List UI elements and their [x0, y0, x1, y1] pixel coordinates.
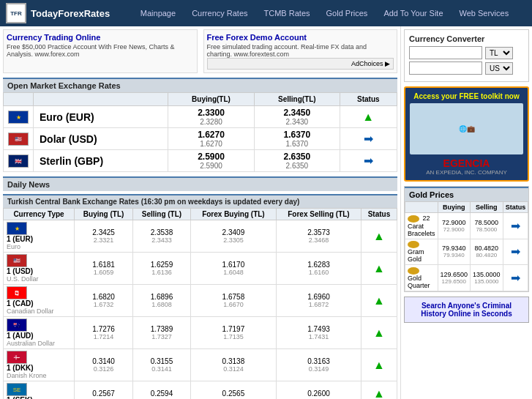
tcmb-col-status: Status [361, 209, 397, 220]
gold-name-cell: Gold Quarter [405, 265, 438, 291]
tcmb-buying-cell: 0.2567 [75, 381, 133, 400]
gold-icon [408, 267, 419, 275]
tcmb-fx-selling-cell: 0.3163 0.3149 [277, 349, 361, 381]
converter-output[interactable] [409, 61, 482, 75]
tcmb-row: ★ 1 (EUR) Euro 2.3425 2.3321 2.3538 2.34… [4, 220, 397, 253]
egencia-ad-banner[interactable]: Access your FREE toolkit now 🌐💼 EGENCIA … [404, 86, 529, 182]
status-cell: ➡ [340, 150, 397, 172]
tcmb-fx-selling-cell: 1.6960 1.6872 [277, 285, 361, 317]
tcmb-status-cell: ▲ [361, 349, 397, 381]
converter-input[interactable] [409, 46, 482, 59]
selling-cell: 2.6350 2.6350 [255, 150, 340, 172]
tcmb-fx-buying-cell: 1.7197 1.7135 [190, 317, 276, 349]
tcmb-currency-cell: 🇩🇰 1 (DKK) Danish Krone [4, 349, 75, 381]
logo-area: TFR TodayForexRates [6, 3, 123, 23]
tcmb-col-selling: Selling (TL) [133, 209, 191, 220]
gold-col-selling: Selling [471, 202, 503, 213]
nav-web[interactable]: Web Services [452, 7, 517, 20]
nav-tcmb[interactable]: TCMB Rates [257, 7, 318, 20]
tcmb-selling-cell: 2.3538 2.3433 [133, 220, 191, 253]
egencia-brand: EGENCIA [410, 157, 523, 169]
nav-gold[interactable]: Gold Prices [319, 7, 375, 20]
status-right-icon: ➡ [511, 245, 520, 258]
converter-from-select[interactable]: TL US EU [485, 47, 513, 59]
tcmb-table: Currency Type Buying (TL) Selling (TL) F… [3, 208, 397, 399]
status-right-icon: ➡ [511, 272, 520, 284]
daily-news-title: Daily News [3, 176, 397, 191]
gold-status-cell: ➡ [503, 265, 528, 291]
gold-selling-cell: 80.4820 80.4820 [471, 239, 503, 265]
expedia-brand: AN EXPEDIA, INC. COMPANY [410, 169, 523, 176]
nav-currency[interactable]: Currency Rates [184, 7, 255, 20]
converter-title: Currency Converter [409, 34, 524, 43]
nav-mainpage[interactable]: Mainpage [133, 7, 183, 20]
status-up-icon: ▲ [373, 262, 385, 275]
nav-add[interactable]: Add To Your Site [376, 7, 450, 20]
status-up-icon: ▲ [373, 387, 385, 400]
tcmb-row: 🇦🇺 1 (AUD) Australian Dollar 1.7276 1.72… [4, 317, 397, 349]
open-market-row: 🇺🇸 Dolar (USD) 1.6270 1.6270 1.6370 1.63… [4, 128, 397, 150]
tcmb-buying-cell: 2.3425 2.3321 [75, 220, 133, 253]
tcmb-col-buying: Buying (TL) [75, 209, 133, 220]
col-buying: Buying(TL) [168, 93, 254, 106]
gold-buying-cell: 129.6500 129.6500 [438, 265, 471, 291]
tcmb-currency-cell: ★ 1 (EUR) Euro [4, 220, 75, 253]
selling-cell: 2.3450 2.3430 [255, 106, 340, 128]
left-column: Currency Trading Online Free $50,000 Pra… [0, 26, 400, 399]
ads-row: Currency Trading Online Free $50,000 Pra… [3, 29, 397, 73]
tcmb-fx-selling-cell: 0.2600 [277, 381, 361, 400]
converter-to-select[interactable]: US TL EU [485, 62, 513, 75]
tcmb-currency-cell: 🇦🇺 1 (AUD) Australian Dollar [4, 317, 75, 349]
col-selling: Selling(TL) [255, 93, 340, 106]
tcmb-currency-cell: 🇺🇸 1 (USD) U.S. Dollar [4, 253, 75, 285]
criminal-ad[interactable]: Search Anyone's Criminal History Online … [404, 297, 529, 323]
gold-icon [408, 241, 419, 248]
criminal-ad-text: Search Anyone's Criminal History Online … [409, 302, 524, 318]
status-up-icon: ▲ [373, 359, 385, 371]
col-status: Status [340, 93, 397, 106]
gold-row: Gram Gold 79.9340 79.9340 80.4820 80.482… [405, 239, 528, 265]
ad-choices[interactable]: AdChoices ▶ [207, 58, 394, 70]
gold-selling-cell: 78.5000 78.5000 [471, 213, 503, 239]
tcmb-fx-buying-cell: 1.6170 1.6048 [190, 253, 276, 285]
tcmb-fx-buying-cell: 2.3409 2.3305 [190, 220, 276, 253]
open-market-row: ★ Euro (EUR) 2.3300 2.3280 2.3450 2.3430… [4, 106, 397, 128]
flag-cell: ★ [4, 106, 34, 128]
tcmb-fx-selling-cell: 2.3573 2.3468 [277, 220, 361, 253]
tcmb-row: 🇨🇦 1 (CAD) Canadian Dollar 1.6820 1.6732… [4, 285, 397, 317]
gold-icon [408, 215, 419, 223]
tcmb-status-cell: ▲ [361, 317, 397, 349]
tcmb-fx-selling-cell: 1.6283 1.6160 [277, 253, 361, 285]
tcmb-buying-cell: 0.3140 0.3126 [75, 349, 133, 381]
tcmb-currency-cell: SE 1 (SEK) [4, 381, 75, 400]
tcmb-selling-cell: 0.2594 [133, 381, 191, 400]
open-market-row: 🇬🇧 Sterlin (GBP) 2.5900 2.5900 2.6350 2.… [4, 150, 397, 172]
gold-buying-cell: 72.9000 72.9000 [438, 213, 471, 239]
tcmb-status-cell: ▲ [361, 285, 397, 317]
tcmb-row: 🇩🇰 1 (DKK) Danish Krone 0.3140 0.3126 0.… [4, 349, 397, 381]
logo-icon: TFR [6, 3, 26, 23]
tcmb-selling-cell: 1.6259 1.6136 [133, 253, 191, 285]
ad2-title[interactable]: Free Forex Demo Account [207, 33, 394, 42]
tcmb-buying-cell: 1.7276 1.7214 [75, 317, 133, 349]
gold-prices-table: Buying Selling Status 22 Carat Bracelets… [405, 201, 528, 291]
open-market-title: Open Market Exchange Rates [3, 78, 397, 92]
status-right-icon: ➡ [511, 220, 520, 232]
tcmb-row: SE 1 (SEK) 0.2567 0.2594 0.2565 0.2600 ▲ [4, 381, 397, 400]
tcmb-status-cell: ▲ [361, 381, 397, 400]
tcmb-selling-cell: 1.6896 1.6808 [133, 285, 191, 317]
tcmb-buying-cell: 1.6181 1.6059 [75, 253, 133, 285]
tcmb-fx-selling-cell: 1.7493 1.7431 [277, 317, 361, 349]
gold-col-buying: Buying [438, 202, 471, 213]
tcmb-fx-buying-cell: 1.6758 1.6670 [190, 285, 276, 317]
converter-box: Currency Converter TL US EU US TL EU [404, 29, 529, 82]
gold-row: 22 Carat Bracelets 72.9000 72.9000 78.50… [405, 213, 528, 239]
ad1-title[interactable]: Currency Trading Online [7, 33, 194, 42]
currency-name: Sterlin (GBP) [34, 150, 168, 172]
gold-prices-title: Gold Prices [405, 187, 528, 201]
col-name [34, 93, 168, 106]
converter-row-2: US TL EU [409, 61, 524, 75]
buying-cell: 2.5900 2.5900 [168, 150, 254, 172]
gold-status-cell: ➡ [503, 239, 528, 265]
gold-prices-section: Gold Prices Buying Selling Status 22 Car… [404, 186, 529, 292]
